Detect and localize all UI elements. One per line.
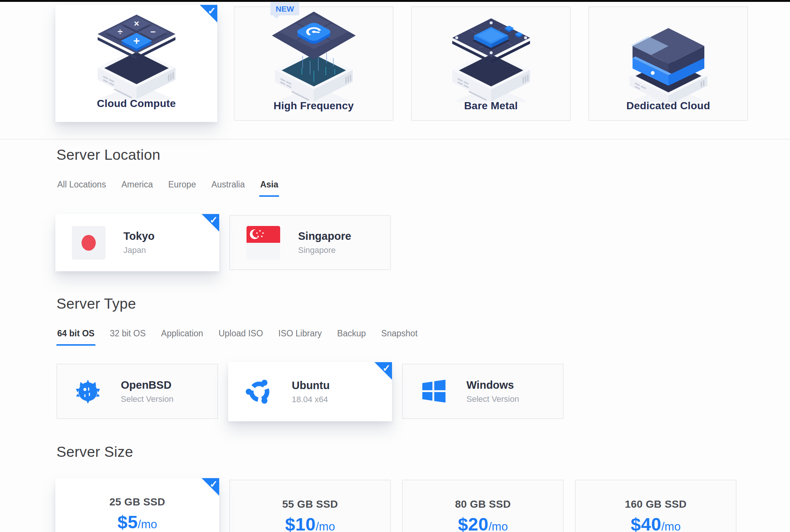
- location-card-row: ✓ Tokyo Japan: [56, 215, 391, 271]
- size-storage: 80 GB SSD: [403, 498, 563, 510]
- product-label: Bare Metal: [464, 100, 518, 112]
- product-card-row: ✓ × ÷: [56, 5, 748, 122]
- size-storage: 160 GB SSD: [576, 498, 736, 510]
- bare-metal-illustration: [435, 9, 547, 102]
- multiply-key-icon: ×: [134, 18, 139, 28]
- high-frequency-illustration: [258, 9, 370, 102]
- tab-asia[interactable]: Asia: [259, 180, 279, 197]
- tab-australia[interactable]: Australia: [211, 180, 245, 195]
- os-card-ubuntu[interactable]: ✓ Ubuntu 18.04 x64: [228, 362, 392, 421]
- server-size-section: Server Size ✓ 25 GB SSD $5/mo $0.007/h 5…: [56, 444, 737, 532]
- size-period: /mo: [661, 520, 681, 532]
- server-type-heading: Server Type: [56, 296, 564, 312]
- server-location-heading: Server Location: [56, 147, 391, 163]
- selected-ribbon: ✓: [374, 362, 392, 380]
- os-card-windows[interactable]: Windows Select Version: [402, 364, 564, 419]
- product-label: High Frequency: [273, 100, 353, 112]
- product-card-high-frequency[interactable]: NEW: [234, 6, 394, 121]
- size-card-55gb[interactable]: 55 GB SSD $10/mo $0.015/h: [229, 480, 391, 532]
- size-price: $40: [631, 514, 661, 532]
- location-card-tokyo[interactable]: ✓ Tokyo Japan: [55, 214, 219, 271]
- check-icon: ✓: [209, 215, 218, 225]
- japan-flag-icon: [72, 226, 105, 260]
- tab-america[interactable]: America: [120, 180, 153, 195]
- location-city: Tokyo: [123, 230, 154, 242]
- os-version: Select Version: [466, 394, 519, 404]
- check-icon: ✓: [382, 363, 391, 373]
- plus-key-icon: +: [133, 34, 140, 47]
- os-name: Ubuntu: [292, 379, 330, 392]
- product-card-bare-metal[interactable]: Bare Metal: [411, 6, 571, 121]
- tab-upload-iso[interactable]: Upload ISO: [218, 328, 264, 344]
- server-size-heading: Server Size: [56, 444, 737, 460]
- cloud-compute-illustration: × ÷ − +: [80, 6, 193, 100]
- os-version: Select Version: [121, 394, 174, 404]
- server-location-section: Server Location All Locations America Eu…: [56, 147, 391, 271]
- tab-32-bit-os[interactable]: 32 bit OS: [109, 328, 147, 344]
- server-type-section: Server Type 64 bit OS 32 bit OS Applicat…: [56, 296, 564, 421]
- server-type-tabs: 64 bit OS 32 bit OS Application Upload I…: [56, 328, 564, 346]
- location-tabs: All Locations America Europe Australia A…: [56, 180, 391, 197]
- singapore-flag-icon: [247, 226, 280, 260]
- location-card-singapore[interactable]: Singapore Singapore: [229, 215, 391, 270]
- dedicated-cloud-illustration: [612, 9, 725, 102]
- size-storage: 25 GB SSD: [55, 496, 219, 508]
- size-storage: 55 GB SSD: [230, 498, 390, 510]
- size-card-25gb[interactable]: ✓ 25 GB SSD $5/mo $0.007/h: [55, 478, 219, 532]
- selected-ribbon: ✓: [202, 478, 219, 496]
- size-card-80gb[interactable]: 80 GB SSD $20/mo $0.03/h: [402, 480, 564, 532]
- location-city: Singapore: [298, 230, 351, 242]
- size-price: $20: [458, 514, 489, 532]
- tab-europe[interactable]: Europe: [168, 180, 197, 195]
- check-icon: ✓: [209, 479, 218, 489]
- tab-64-bit-os[interactable]: 64 bit OS: [56, 328, 95, 346]
- os-name: Windows: [466, 379, 519, 391]
- size-price: $5: [117, 512, 138, 532]
- size-price: $10: [285, 514, 316, 532]
- section-divider: [0, 139, 790, 140]
- top-black-bar: [0, 0, 790, 2]
- divide-key-icon: ÷: [117, 27, 122, 37]
- os-name: OpenBSD: [121, 379, 174, 391]
- tab-backup[interactable]: Backup: [336, 328, 367, 344]
- size-period: /mo: [138, 518, 157, 531]
- os-card-row: OpenBSD Select Version ✓ Ubun: [56, 362, 564, 421]
- product-label: Dedicated Cloud: [627, 100, 710, 112]
- minus-key-icon: −: [150, 27, 155, 37]
- location-country: Singapore: [298, 245, 351, 255]
- check-icon: ✓: [208, 6, 216, 16]
- tab-snapshot[interactable]: Snapshot: [380, 328, 418, 344]
- selected-ribbon: ✓: [200, 5, 217, 22]
- tab-iso-library[interactable]: ISO Library: [278, 328, 322, 344]
- new-badge: NEW: [270, 2, 299, 15]
- product-label: Cloud Compute: [97, 98, 176, 110]
- selected-ribbon: ✓: [202, 214, 219, 232]
- os-version: 18.04 x64: [292, 395, 330, 404]
- os-card-openbsd[interactable]: OpenBSD Select Version: [56, 364, 218, 419]
- size-card-row: ✓ 25 GB SSD $5/mo $0.007/h 55 GB SSD $10…: [56, 478, 737, 532]
- ubuntu-icon: [245, 377, 274, 406]
- product-card-dedicated-cloud[interactable]: Dedicated Cloud: [588, 6, 748, 121]
- openbsd-icon: [74, 377, 103, 406]
- size-period: /mo: [316, 520, 335, 532]
- product-card-cloud-compute[interactable]: ✓ × ÷: [55, 5, 217, 122]
- windows-icon: [419, 377, 448, 406]
- tab-application[interactable]: Application: [160, 328, 204, 344]
- location-country: Japan: [123, 245, 154, 255]
- size-card-160gb[interactable]: 160 GB SSD $40/mo $0.06/h: [575, 480, 737, 532]
- tab-all-locations[interactable]: All Locations: [56, 180, 107, 195]
- size-period: /mo: [489, 520, 508, 532]
